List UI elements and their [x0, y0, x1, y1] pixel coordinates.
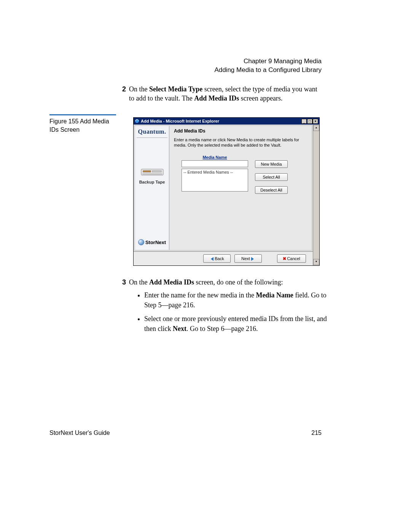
add-media-ids-description: Enter a media name or click New Media to… [174, 137, 307, 148]
step-3-bullet-2: Select one or more previously entered me… [144, 314, 327, 334]
minimize-button[interactable]: _ [301, 119, 307, 124]
next-button[interactable]: Next [234, 254, 262, 263]
scroll-up-button[interactable]: ▴ [313, 125, 319, 131]
svg-rect-4 [142, 174, 162, 174]
wizard-sidebar: Quantum. Backup Tape [135, 126, 169, 250]
titlebar[interactable]: Add Media - Microsoft Internet Explorer … [134, 118, 319, 125]
page-header: Chapter 9 Managing Media Adding Media to… [214, 57, 322, 75]
step-3-bullet-1: Enter the name for the new media in the … [144, 290, 327, 310]
close-button[interactable]: × [313, 119, 318, 124]
window-title: Add Media - Microsoft Internet Explorer [141, 119, 219, 123]
maximize-button[interactable]: □ [307, 119, 312, 124]
step-2-number: 2 [122, 85, 126, 94]
page: Chapter 9 Managing Media Adding Media to… [0, 0, 411, 532]
step-3-lead-pre: On the [129, 278, 149, 286]
backup-tape-icon [137, 167, 167, 178]
step-2-bold-2: Add Media IDs [194, 94, 239, 102]
cancel-label: Cancel [287, 256, 300, 261]
select-all-button[interactable]: Select All [255, 173, 288, 181]
deselect-all-button[interactable]: Deselect All [255, 186, 288, 194]
step-2-bold-1: Select Media Type [149, 85, 202, 93]
back-label: Back [215, 256, 224, 261]
new-media-button[interactable]: New Media [255, 160, 288, 168]
step-2: 2 On the Select Media Type screen, selec… [129, 85, 323, 103]
listbox-placeholder: -- Entered Media Names -- [183, 170, 233, 174]
step-3-number: 3 [122, 277, 126, 287]
entered-media-names-list[interactable]: -- Entered Media Names -- [182, 169, 248, 192]
backup-tape-label: Backup Tape [137, 180, 167, 184]
step-3: 3 On the Add Media IDs screen, do one of… [129, 277, 327, 337]
wizard-buttons: Back Next ✖Cancel [134, 251, 313, 265]
chapter-line: Chapter 9 Managing Media [214, 57, 322, 66]
vertical-scrollbar[interactable]: ▴ ▾ [313, 125, 319, 265]
arrow-left-icon [211, 257, 213, 261]
stornext-logo: StorNext [137, 239, 167, 248]
svg-rect-3 [152, 171, 161, 172]
media-name-label: Media Name [182, 155, 248, 160]
arrow-right-icon [251, 257, 254, 261]
media-name-input[interactable] [182, 160, 248, 167]
scroll-down-button[interactable]: ▾ [313, 259, 319, 265]
footer-page-number: 215 [311, 430, 322, 436]
x-icon: ✖ [283, 256, 286, 261]
cancel-button[interactable]: ✖Cancel [277, 254, 306, 263]
step-2-text-pre: On the [129, 85, 149, 93]
step-2-text-post: screen appears. [239, 94, 282, 102]
figure-rule [49, 114, 116, 115]
svg-rect-2 [143, 171, 151, 172]
step-3-lead-bold: Add Media IDs [149, 278, 194, 286]
wizard-content: Add Media IDs Enter a media name or clic… [169, 126, 311, 250]
footer-guide: StorNext User's Guide [49, 430, 110, 436]
figure-caption: Figure 155 Add Media IDs Screen [49, 117, 118, 134]
stornext-text: StorNext [145, 240, 166, 245]
stornext-ball-icon [138, 239, 144, 245]
section-line: Adding Media to a Configured Library [214, 66, 322, 75]
step-3-list: Enter the name for the new media in the … [129, 290, 327, 334]
ie-icon [135, 119, 139, 123]
screenshot-window: Add Media - Microsoft Internet Explorer … [133, 117, 320, 266]
back-button[interactable]: Back [203, 254, 231, 263]
add-media-ids-heading: Add Media IDs [174, 128, 307, 134]
next-label: Next [241, 256, 250, 261]
step-3-lead-post: screen, do one of the following: [194, 278, 283, 286]
wizard-body: Quantum. Backup Tape [134, 125, 313, 251]
quantum-logo: Quantum. [137, 128, 167, 135]
